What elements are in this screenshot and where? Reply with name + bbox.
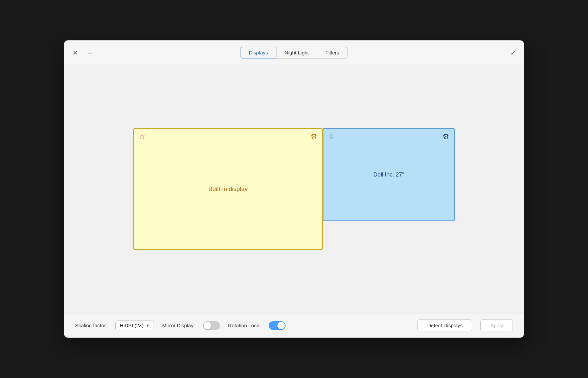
tab-night-light[interactable]: Night Light (276, 47, 317, 58)
titlebar-left: ✕ ← (71, 48, 95, 57)
scaling-arrow-icon: ▼ (145, 323, 150, 328)
dell-star-icon[interactable]: ☆ (328, 133, 335, 140)
scaling-select[interactable]: HiDPI (2×) ▼ (115, 321, 154, 330)
scaling-label: Scaling factor: (75, 323, 107, 328)
mirror-toggle[interactable] (203, 321, 220, 330)
tab-displays[interactable]: Displays (240, 47, 276, 58)
rotation-toggle[interactable] (269, 321, 286, 330)
mirror-toggle-thumb (204, 322, 211, 329)
apply-button[interactable]: Apply (480, 320, 513, 331)
mirror-label: Mirror Display: (162, 323, 195, 328)
back-button[interactable]: ← (86, 48, 95, 57)
builtin-star-icon[interactable]: ☆ (139, 133, 145, 140)
rotation-label: Rotation Lock: (228, 323, 261, 328)
tab-group: Displays Night Light Filters (240, 47, 347, 58)
close-button[interactable]: ✕ (71, 48, 80, 57)
display-area: ☆ ⚙ Built-in display ☆ ⚙ Dell Inc. 27" (133, 128, 455, 250)
expand-button[interactable]: ⤢ (509, 48, 517, 57)
scaling-value: HiDPI (2×) (120, 323, 143, 328)
builtin-display[interactable]: ☆ ⚙ Built-in display (133, 128, 323, 250)
builtin-gear-icon[interactable]: ⚙ (311, 133, 317, 140)
dell-gear-icon[interactable]: ⚙ (443, 133, 449, 140)
builtin-display-name: Built-in display (208, 186, 248, 193)
titlebar: ✕ ← Displays Night Light Filters ⤢ (64, 41, 524, 65)
main-window: ✕ ← Displays Night Light Filters ⤢ ☆ ⚙ B… (64, 40, 524, 338)
bottombar: Scaling factor: HiDPI (2×) ▼ Mirror Disp… (64, 313, 524, 337)
dell-display-name: Dell Inc. 27" (373, 171, 404, 178)
rotation-toggle-thumb (277, 322, 285, 329)
titlebar-right: ⤢ (509, 48, 517, 57)
detect-displays-button[interactable]: Detect Displays (417, 320, 472, 331)
dell-display[interactable]: ☆ ⚙ Dell Inc. 27" (323, 128, 455, 221)
main-content: ☆ ⚙ Built-in display ☆ ⚙ Dell Inc. 27" (64, 65, 524, 313)
tab-filters[interactable]: Filters (317, 47, 348, 58)
